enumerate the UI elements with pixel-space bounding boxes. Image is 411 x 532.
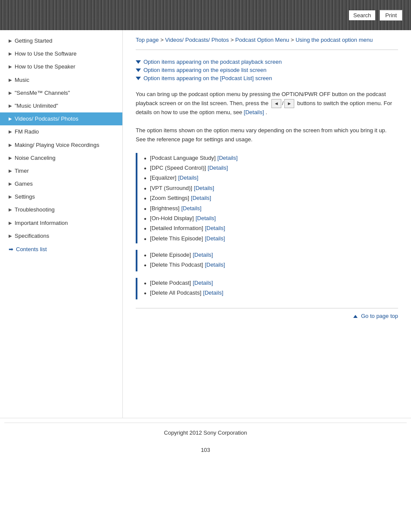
list-item: [On-Hold Display] [Details] [144,213,398,223]
section-3: [Delete Podcast] [Details] [Delete All P… [136,278,398,299]
sidebar-item-label: Timer [15,167,29,175]
breadcrumb-top-page[interactable]: Top page [136,37,159,43]
sidebar-item-label: Specifications [15,232,49,240]
section-1-content: [Podcast Language Study] [Details] [DPC … [137,153,398,244]
list-item: [Delete This Episode] [Details] [144,233,398,243]
list-item: [Delete This Podcast] [Details] [144,260,398,270]
toc-link-1[interactable]: Option items appearing on the podcast pl… [136,59,398,65]
list-item: [Equalizer] [Details] [144,173,398,183]
triangle-up-icon [353,315,358,318]
section-3-content: [Delete Podcast] [Details] [Delete All P… [137,278,398,299]
sidebar-item-noise-canceling[interactable]: ▶ Noise Canceling [0,152,122,165]
detail-link[interactable]: [Details] [194,183,214,193]
section-3-list: [Delete Podcast] [Details] [Delete All P… [144,278,398,298]
arrow-icon: ▶ [9,181,12,187]
arrow-icon: ▶ [9,38,12,44]
detail-link[interactable]: [Details] [178,173,198,183]
right-nav-btn: ► [284,99,294,109]
list-item: [Zoom Settings] [Details] [144,193,398,203]
sidebar-item-how-to-use-speaker[interactable]: ▶ How to Use the Speaker [0,60,122,73]
detail-link[interactable]: [Details] [193,278,213,288]
list-item: [Delete All Podcasts] [Details] [144,288,398,298]
breadcrumb: Top page > Videos/ Podcasts/ Photos > Po… [136,37,398,50]
arrow-icon: ▶ [9,116,12,122]
toc-link-3[interactable]: Option items appearing on the [Podcast L… [136,75,398,81]
contents-list-label: Contents list [16,246,47,252]
detail-link[interactable]: [Details] [203,288,223,298]
arrow-icon: ▶ [9,77,12,83]
sidebar-item-label: "SensMe™ Channels" [15,89,70,97]
sidebar-item-music-unlimited[interactable]: ▶ "Music Unlimited" [0,100,122,112]
arrow-icon: ▶ [9,103,12,109]
sidebar-item-label: "Music Unlimited" [15,102,58,110]
sidebar-item-troubleshooting[interactable]: ▶ Troubleshooting [0,203,122,216]
sidebar-item-voice-recordings[interactable]: ▶ Making/ Playing Voice Recordings [0,139,122,152]
sidebar-item-label: FM Radio [15,128,39,136]
sidebar-item-settings[interactable]: ▶ Settings [0,190,122,203]
detail-link[interactable]: [Details] [208,163,228,173]
header: Search Print [0,0,411,30]
toc-link-2[interactable]: Option items appearing on the episode li… [136,67,398,73]
breadcrumb-podcast-option-menu[interactable]: Podcast Option Menu [235,37,289,43]
sidebar-item-videos-podcasts[interactable]: ▶ Videos/ Podcasts/ Photos [0,112,122,125]
sidebar-item-timer[interactable]: ▶ Timer [0,165,122,177]
section-2: [Delete Episode] [Details] [Delete This … [136,250,398,271]
list-item: [Detailed Information] [Details] [144,223,398,233]
footer-area: Copyright 2012 Sony Corporation 103 [0,418,411,462]
arrow-icon: ▶ [9,220,12,226]
sidebar-item-sensme[interactable]: ▶ "SensMe™ Channels" [0,87,122,100]
sidebar-item-important-information[interactable]: ▶ Important Information [0,217,122,230]
description-details-link[interactable]: [Details] [244,109,264,115]
sidebar-item-games[interactable]: ▶ Games [0,177,122,190]
sidebar-item-specifications[interactable]: ▶ Specifications [0,230,122,243]
section-1: [Podcast Language Study] [Details] [DPC … [136,153,398,244]
list-item: [Delete Episode] [Details] [144,250,398,260]
left-nav-btn: ◄ [271,99,281,109]
page-number: 103 [4,442,407,457]
sidebar-item-label: How to Use the Speaker [15,63,75,71]
sidebar-item-label: Settings [15,193,35,201]
search-button[interactable]: Search [349,10,375,20]
sidebar-item-label: Important Information [15,219,68,227]
description-text: You can bring up the podcast option menu… [136,90,398,144]
arrow-icon: ▶ [9,168,12,174]
detail-link[interactable]: [Details] [205,233,225,243]
print-button[interactable]: Print [380,10,402,21]
list-item: [Podcast Language Study] [Details] [144,153,398,163]
detail-link[interactable]: [Details] [191,193,211,203]
detail-link[interactable]: [Details] [218,153,238,163]
arrow-icon: ▶ [9,129,12,135]
arrow-icon: ▶ [9,90,12,96]
arrow-icon: ▶ [9,142,12,148]
sidebar-item-music[interactable]: ▶ Music [0,74,122,87]
section-2-list: [Delete Episode] [Details] [Delete This … [144,250,398,270]
triangle-down-icon [136,68,141,72]
detail-link[interactable]: [Details] [205,260,225,270]
list-item: [Delete Podcast] [Details] [144,278,398,288]
sidebar-item-getting-started[interactable]: ▶ Getting Started [0,34,122,47]
content-area: Top page > Videos/ Podcasts/ Photos > Po… [123,30,411,418]
detail-link[interactable]: [Details] [181,203,202,213]
nav-buttons: ◄ / ► [271,99,294,109]
page-top-link: Go to page top [136,308,398,319]
section-2-content: [Delete Episode] [Details] [Delete This … [137,250,398,271]
sidebar-item-label: Making/ Playing Voice Recordings [15,141,100,149]
detail-link[interactable]: [Details] [205,223,225,233]
arrow-icon: ▶ [9,194,12,200]
breadcrumb-videos[interactable]: Videos/ Podcasts/ Photos [165,37,229,43]
arrow-icon: ▶ [9,64,12,70]
go-to-top-link[interactable]: Go to page top [353,313,398,319]
list-item: [DPC (Speed Control)] [Details] [144,163,398,173]
toc-links: Option items appearing on the podcast pl… [136,59,398,81]
detail-link[interactable]: [Details] [196,213,216,223]
contents-list-link[interactable]: ➡ Contents list [0,243,122,256]
sidebar-item-how-to-use-software[interactable]: ▶ How to Use the Software [0,47,122,60]
detail-link[interactable]: [Details] [193,250,213,260]
breadcrumb-using-podcast[interactable]: Using the podcast option menu [296,37,373,43]
list-item: [VPT (Surround)] [Details] [144,183,398,193]
arrow-icon: ▶ [9,155,12,161]
sidebar-item-fm-radio[interactable]: ▶ FM Radio [0,125,122,138]
section-1-list: [Podcast Language Study] [Details] [DPC … [144,153,398,244]
list-item: [Brightness] [Details] [144,203,398,213]
sidebar-item-label: Getting Started [15,37,52,45]
